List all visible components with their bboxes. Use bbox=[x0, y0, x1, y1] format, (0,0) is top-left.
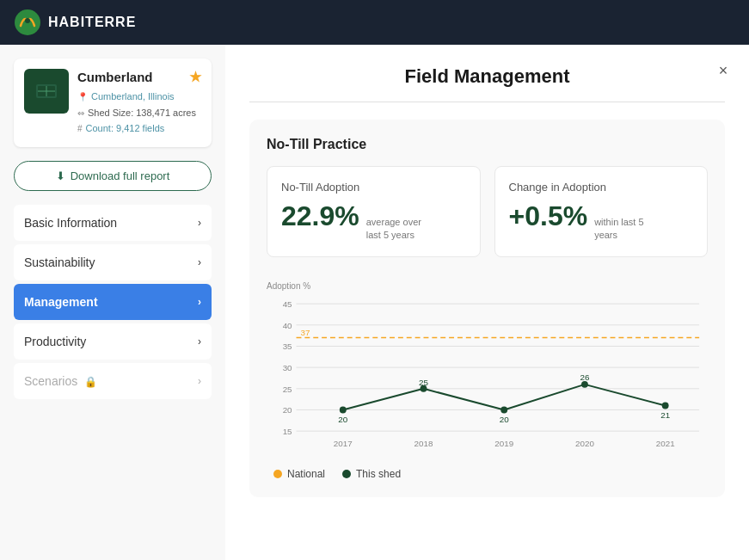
panel-divider bbox=[249, 102, 725, 102]
property-name-row: Cumberland ★ bbox=[77, 69, 201, 85]
svg-text:20: 20 bbox=[338, 415, 347, 424]
svg-text:25: 25 bbox=[419, 378, 428, 387]
shed-point-2019 bbox=[500, 406, 507, 413]
svg-text:21: 21 bbox=[660, 410, 670, 420]
shed-point-2020 bbox=[581, 381, 588, 388]
close-button[interactable]: × bbox=[711, 58, 735, 83]
nav-scenarios-label: Scenarios bbox=[24, 374, 77, 388]
property-name-text: Cumberland bbox=[77, 70, 153, 84]
main-layout: Cumberland ★ 📍 Cumberland, Illinois ⇔ Sh… bbox=[0, 45, 749, 560]
chevron-right-icon: › bbox=[198, 296, 201, 308]
svg-text:37: 37 bbox=[300, 327, 310, 336]
content-panel: × Field Management No-Till Practice No-T… bbox=[225, 45, 749, 560]
count-row: # Count: 9,412 fields bbox=[77, 120, 201, 137]
lock-icon: 🔒 bbox=[84, 376, 97, 388]
location-icon: 📍 bbox=[77, 89, 88, 104]
legend-national: National bbox=[273, 468, 325, 480]
hash-icon: # bbox=[77, 121, 83, 136]
nav-management-label: Management bbox=[24, 295, 98, 309]
logo-container: HABITERRE bbox=[14, 9, 136, 36]
svg-text:35: 35 bbox=[283, 342, 292, 351]
location-text[interactable]: Cumberland, Illinois bbox=[91, 89, 175, 105]
chevron-right-icon: › bbox=[198, 335, 201, 348]
svg-text:45: 45 bbox=[283, 299, 292, 309]
shed-size-row: ⇔ Shed Size: 138,471 acres bbox=[77, 105, 201, 121]
download-report-button[interactable]: ⬇ Download full report bbox=[14, 161, 212, 191]
resize-icon: ⇔ bbox=[77, 106, 84, 120]
svg-point-1 bbox=[25, 18, 30, 23]
download-label: Download full report bbox=[71, 169, 170, 182]
chart-y-label: Adoption % bbox=[267, 281, 708, 291]
svg-text:2019: 2019 bbox=[494, 439, 513, 448]
shed-point-2021 bbox=[662, 402, 669, 409]
property-thumbnail bbox=[24, 69, 69, 114]
svg-text:20: 20 bbox=[283, 405, 292, 415]
adoption-value-row: 22.9% average over last 5 years bbox=[281, 200, 466, 243]
panel-title: Field Management bbox=[249, 65, 725, 88]
star-icon[interactable]: ★ bbox=[189, 69, 201, 85]
svg-text:25: 25 bbox=[283, 385, 292, 394]
field-icon bbox=[34, 79, 58, 103]
shed-size-text: Shed Size: 138,471 acres bbox=[88, 105, 196, 121]
nav-basic-info[interactable]: Basic Information › bbox=[14, 205, 212, 241]
shed-point-2017 bbox=[340, 406, 347, 413]
change-desc: within last 5 years bbox=[594, 216, 663, 243]
change-value: +0.5% bbox=[509, 200, 588, 232]
download-icon: ⬇ bbox=[56, 169, 65, 182]
nav-sustainability-label: Sustainability bbox=[24, 255, 95, 269]
nav-productivity[interactable]: Productivity › bbox=[14, 323, 212, 360]
nav-basic-info-label: Basic Information bbox=[24, 216, 117, 230]
location-row: 📍 Cumberland, Illinois bbox=[77, 89, 201, 105]
chevron-right-icon: › bbox=[198, 256, 201, 268]
property-info: Cumberland ★ 📍 Cumberland, Illinois ⇔ Sh… bbox=[77, 69, 201, 137]
legend-shed: This shed bbox=[342, 468, 401, 480]
notill-section: No-Till Practice No-Till Adoption 22.9% … bbox=[249, 120, 725, 497]
svg-text:26: 26 bbox=[580, 372, 589, 382]
chevron-right-icon: › bbox=[198, 217, 201, 229]
app-header: HABITERRE bbox=[0, 0, 749, 45]
logo-text: HABITERRE bbox=[48, 15, 136, 30]
svg-text:2018: 2018 bbox=[414, 439, 433, 448]
adoption-stat-card: No-Till Adoption 22.9% average over last… bbox=[267, 166, 481, 257]
legend-national-dot bbox=[273, 470, 282, 478]
adoption-label: No-Till Adoption bbox=[281, 181, 466, 194]
nav-scenarios: Scenarios 🔒 › bbox=[14, 363, 212, 399]
adoption-desc: average over last 5 years bbox=[366, 216, 435, 243]
svg-text:2020: 2020 bbox=[575, 439, 594, 448]
change-value-row: +0.5% within last 5 years bbox=[509, 200, 694, 243]
chevron-right-icon: › bbox=[198, 375, 201, 387]
svg-text:40: 40 bbox=[283, 321, 292, 330]
legend-shed-dot bbox=[342, 470, 351, 478]
chart-svg-wrapper: 15 20 25 30 35 40 45 2017 2018 2019 2020 bbox=[267, 294, 708, 461]
section-title: No-Till Practice bbox=[267, 137, 708, 152]
adoption-value: 22.9% bbox=[281, 200, 359, 232]
svg-text:20: 20 bbox=[500, 415, 509, 424]
sidebar: Cumberland ★ 📍 Cumberland, Illinois ⇔ Sh… bbox=[0, 45, 225, 560]
stats-row: No-Till Adoption 22.9% average over last… bbox=[267, 166, 708, 257]
legend-shed-label: This shed bbox=[356, 468, 401, 480]
nav-scenarios-label-row: Scenarios 🔒 bbox=[24, 374, 97, 388]
svg-text:15: 15 bbox=[283, 427, 292, 436]
svg-text:30: 30 bbox=[283, 363, 292, 372]
chart-legend: National This shed bbox=[267, 468, 708, 480]
property-card: Cumberland ★ 📍 Cumberland, Illinois ⇔ Sh… bbox=[14, 58, 212, 147]
legend-national-label: National bbox=[287, 468, 325, 480]
count-text[interactable]: Count: 9,412 fields bbox=[86, 120, 165, 137]
chart-container: Adoption % bbox=[267, 274, 708, 480]
chart-svg: 15 20 25 30 35 40 45 2017 2018 2019 2020 bbox=[267, 294, 708, 458]
nav-management[interactable]: Management › bbox=[14, 284, 212, 320]
svg-text:2021: 2021 bbox=[656, 439, 675, 448]
property-meta: 📍 Cumberland, Illinois ⇔ Shed Size: 138,… bbox=[77, 89, 201, 137]
change-stat-card: Change in Adoption +0.5% within last 5 y… bbox=[494, 166, 709, 257]
change-label: Change in Adoption bbox=[509, 181, 694, 194]
svg-text:2017: 2017 bbox=[334, 439, 353, 448]
nav-productivity-label: Productivity bbox=[24, 335, 86, 348]
nav-sustainability[interactable]: Sustainability › bbox=[14, 244, 212, 280]
habiterre-logo-icon bbox=[14, 9, 41, 36]
